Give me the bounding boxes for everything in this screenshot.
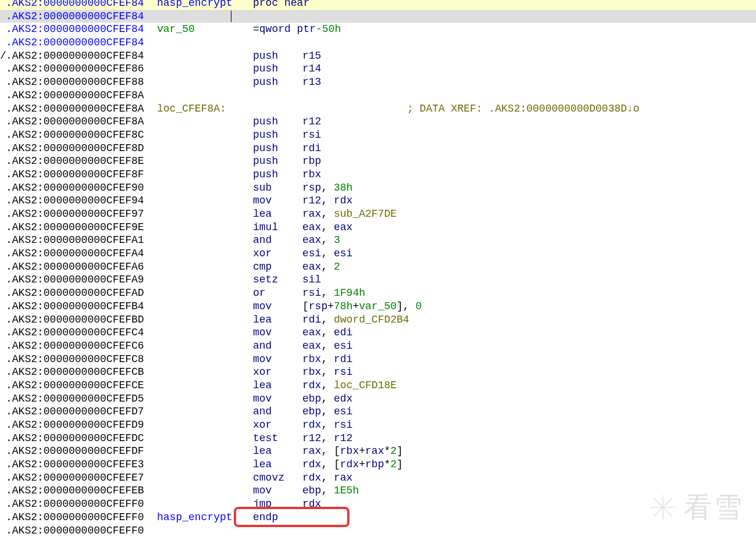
address: .AKS2:0000000000CFEFA9 <box>6 273 157 287</box>
disasm-line[interactable]: .AKS2:0000000000CFEF8Fpushrbx <box>0 168 756 181</box>
disasm-line[interactable]: .AKS2:0000000000CFEF94movr12, rdx <box>0 194 756 207</box>
operands[interactable]: rbx <box>302 168 321 181</box>
gutter <box>0 484 6 497</box>
symbol[interactable]: hasp_encrypt <box>157 0 233 9</box>
operands[interactable]: eax, 3 <box>302 234 340 247</box>
disasm-line[interactable]: .AKS2:0000000000CFEF84hasp_encryptproc n… <box>0 0 756 10</box>
disasm-line[interactable]: .AKS2:0000000000CFEFA9setzsil <box>0 273 756 287</box>
disasm-line[interactable]: .AKS2:0000000000CFEFE3leardx, [rdx+rbp*2… <box>0 458 756 471</box>
operands[interactable]: rbx, rdi <box>302 353 352 366</box>
operands[interactable]: rsi <box>302 128 321 142</box>
disasm-line[interactable]: .AKS2:0000000000CFEF8A <box>0 89 756 102</box>
operands[interactable]: rdx <box>302 497 321 511</box>
address: .AKS2:0000000000CFEFF0 <box>6 497 157 511</box>
operands[interactable]: eax, esi <box>302 339 352 353</box>
operands[interactable]: rax, sub_A2F7DE <box>302 207 397 221</box>
disasm-line[interactable]: /.AKS2:0000000000CFEF84pushr15 <box>0 49 756 63</box>
operands[interactable]: sil <box>302 273 321 287</box>
address: .AKS2:0000000000CFEF86 <box>6 62 157 76</box>
mnemonic: and <box>253 234 272 246</box>
gutter <box>0 102 6 116</box>
operands[interactable]: r12, r12 <box>302 432 352 445</box>
address: .AKS2:0000000000CFEFF0 <box>6 524 157 538</box>
disasm-line[interactable]: .AKS2:0000000000CFEFCEleardx, loc_CFD18E <box>0 379 756 392</box>
disasm-line[interactable]: .AKS2:0000000000CFEFC4moveax, edi <box>0 326 756 339</box>
disasm-line[interactable]: .AKS2:0000000000CFEF8Aloc_CFEF8A:; DATA … <box>0 102 756 116</box>
disasm-line[interactable]: .AKS2:0000000000CFEF97learax, sub_A2F7DE <box>0 207 756 221</box>
mnemonic: xor <box>253 419 272 431</box>
disasm-line[interactable]: .AKS2:0000000000CFEFD7andebp, esi <box>0 405 756 418</box>
operands[interactable]: ebp, esi <box>302 405 352 418</box>
disasm-line[interactable]: .AKS2:0000000000CFEFC6andeax, esi <box>0 339 756 353</box>
disasm-line[interactable]: .AKS2:0000000000CFEF86pushr14 <box>0 62 756 76</box>
disasm-line[interactable]: .AKS2:0000000000CFEFADorrsi, 1F94h <box>0 287 756 300</box>
operands[interactable]: esi, esi <box>302 247 352 260</box>
gutter <box>0 273 6 287</box>
operands[interactable]: ebp, 1E5h <box>302 484 359 497</box>
disasm-line[interactable]: .AKS2:0000000000CFEF8Dpushrdi <box>0 142 756 155</box>
operands[interactable]: r13 <box>302 76 321 89</box>
operands[interactable]: rsi, 1F94h <box>302 287 365 300</box>
gutter <box>0 207 6 221</box>
xref-comment[interactable]: ; DATA XREF: .AKS2:0000000000D0038D↓o <box>407 102 640 116</box>
disasm-line[interactable]: .AKS2:0000000000CFEFD9xorrdx, rsi <box>0 418 756 432</box>
operands[interactable]: eax, eax <box>302 221 352 234</box>
gutter <box>0 0 6 10</box>
operands[interactable]: eax, edi <box>302 326 352 339</box>
disasm-line[interactable]: .AKS2:0000000000CFEFF0 <box>0 524 756 538</box>
disasm-line[interactable]: .AKS2:0000000000CFEF9Eimuleax, eax <box>0 221 756 234</box>
gutter <box>0 287 6 300</box>
disasm-line[interactable]: .AKS2:0000000000CFEFEBmovebp, 1E5h <box>0 484 756 497</box>
operands[interactable]: rdx, loc_CFD18E <box>302 379 397 392</box>
disasm-line[interactable]: .AKS2:0000000000CFEFB4mov[rsp+78h+var_50… <box>0 300 756 313</box>
symbol[interactable]: hasp_encrypt <box>157 511 233 523</box>
operands[interactable]: rdi, dword_CFD2B4 <box>302 313 409 327</box>
symbol[interactable]: var_50 <box>157 23 195 35</box>
operands[interactable]: eax, 2 <box>302 260 340 274</box>
disasm-line[interactable]: .AKS2:0000000000CFEFF0hasp_encryptendp <box>0 511 756 524</box>
operands[interactable]: rdx, rax <box>302 471 352 485</box>
operands[interactable]: r15 <box>302 49 321 63</box>
disasm-line[interactable]: .AKS2:0000000000CFEF90subrsp, 38h <box>0 181 756 195</box>
operands[interactable]: rdx, rsi <box>302 418 352 432</box>
address: .AKS2:0000000000CFEF84 <box>6 10 157 23</box>
disasm-line[interactable]: .AKS2:0000000000CFEFC8movrbx, rdi <box>0 353 756 366</box>
operands[interactable]: [rsp+78h+var_50], 0 <box>302 300 422 313</box>
address: .AKS2:0000000000CFEF94 <box>6 194 157 207</box>
gutter <box>0 300 6 313</box>
disasm-line[interactable]: .AKS2:0000000000CFEF8Cpushrsi <box>0 128 756 142</box>
operands[interactable]: rbp <box>302 155 321 168</box>
disasm-line[interactable]: .AKS2:0000000000CFEF84 <box>0 10 756 23</box>
disasm-line[interactable]: .AKS2:0000000000CFEFDFlearax, [rbx+rax*2… <box>0 445 756 458</box>
operands[interactable]: rax, [rbx+rax*2] <box>302 445 403 458</box>
disasm-line[interactable]: .AKS2:0000000000CFEF8Epushrbp <box>0 155 756 168</box>
gutter <box>0 62 6 76</box>
disasm-line[interactable]: .AKS2:0000000000CFEFA1andeax, 3 <box>0 234 756 247</box>
operands[interactable]: ebp, edx <box>302 392 352 406</box>
operands[interactable]: r12, rdx <box>302 194 352 207</box>
disasm-line[interactable]: .AKS2:0000000000CFEFF0jmprdx <box>0 497 756 511</box>
operands[interactable]: rbx, rsi <box>302 366 352 379</box>
disasm-line[interactable]: .AKS2:0000000000CFEFCBxorrbx, rsi <box>0 366 756 379</box>
disasm-line[interactable]: .AKS2:0000000000CFEFE7cmovzrdx, rax <box>0 471 756 485</box>
operands[interactable]: rdi <box>302 142 321 155</box>
operands[interactable]: rdx, [rdx+rbp*2] <box>302 458 403 471</box>
mnemonic: lea <box>253 208 272 220</box>
address: .AKS2:0000000000CFEFB4 <box>6 300 157 313</box>
operands[interactable]: r12 <box>302 115 321 128</box>
disassembly-listing[interactable]: .AKS2:0000000000CFEF84.AKS2:0000000000CF… <box>0 0 756 537</box>
disasm-line[interactable]: .AKS2:0000000000CFEF84 <box>0 36 756 49</box>
type: qword ptr <box>259 23 316 36</box>
disasm-line[interactable]: .AKS2:0000000000CFEFA6cmpeax, 2 <box>0 260 756 274</box>
gutter <box>0 418 6 432</box>
disasm-line[interactable]: .AKS2:0000000000CFEFA4xoresi, esi <box>0 247 756 260</box>
symbol[interactable]: loc_CFEF8A: <box>157 103 226 114</box>
operands[interactable]: rsp, 38h <box>302 181 352 195</box>
disasm-line[interactable]: .AKS2:0000000000CFEF8Apushr12 <box>0 115 756 128</box>
operands[interactable]: r14 <box>302 62 321 76</box>
disasm-line[interactable]: .AKS2:0000000000CFEFD5movebp, edx <box>0 392 756 406</box>
disasm-line[interactable]: .AKS2:0000000000CFEF84var_50= qword ptr … <box>0 23 756 36</box>
disasm-line[interactable]: .AKS2:0000000000CFEFDCtestr12, r12 <box>0 432 756 445</box>
disasm-line[interactable]: .AKS2:0000000000CFEFBDleardi, dword_CFD2… <box>0 313 756 327</box>
disasm-line[interactable]: .AKS2:0000000000CFEF88pushr13 <box>0 76 756 89</box>
